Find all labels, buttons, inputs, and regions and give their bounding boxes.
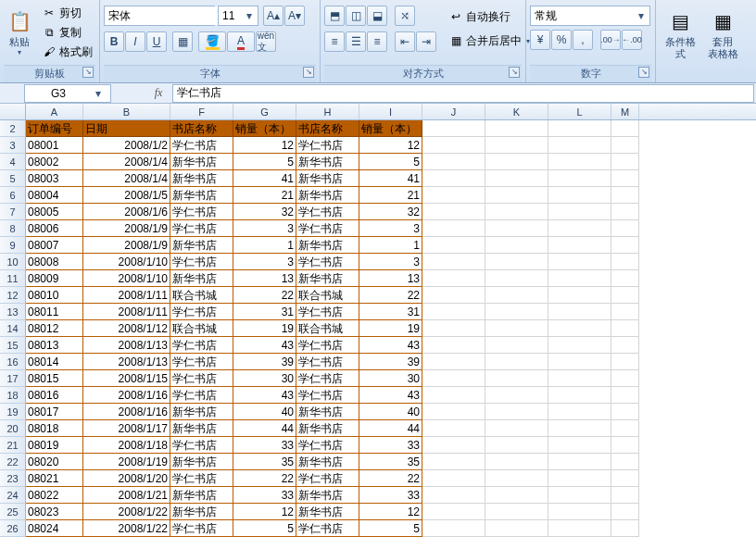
- col-header-B[interactable]: B: [83, 104, 170, 119]
- cell[interactable]: 学仁书店: [170, 137, 233, 154]
- cell[interactable]: 学仁书店: [296, 254, 359, 270]
- cell[interactable]: [422, 520, 485, 537]
- cell[interactable]: 08018: [26, 420, 83, 437]
- cell[interactable]: [422, 470, 485, 487]
- cell[interactable]: 5: [359, 520, 422, 537]
- cell[interactable]: [422, 137, 485, 154]
- cell[interactable]: [611, 237, 639, 254]
- cell[interactable]: [611, 520, 639, 537]
- cell[interactable]: 32: [233, 204, 296, 220]
- cell[interactable]: 12: [359, 137, 422, 154]
- cell[interactable]: 08019: [26, 437, 83, 454]
- cell[interactable]: [548, 470, 611, 487]
- cell[interactable]: [548, 437, 611, 454]
- align-middle-button[interactable]: ◫: [346, 6, 366, 26]
- cell[interactable]: 22: [359, 470, 422, 487]
- increase-indent-button[interactable]: ⇥: [416, 31, 436, 52]
- cell[interactable]: [611, 337, 639, 354]
- cell[interactable]: [422, 120, 485, 137]
- cell[interactable]: [611, 370, 639, 387]
- cell[interactable]: 学仁书店: [170, 304, 233, 320]
- cell[interactable]: 新华书店: [296, 170, 359, 187]
- cell[interactable]: 学仁书店: [170, 337, 233, 354]
- cell[interactable]: 学仁书店: [170, 204, 233, 220]
- cell[interactable]: [422, 220, 485, 237]
- cell[interactable]: 2008/1/9: [83, 220, 170, 237]
- cell[interactable]: 2008/1/18: [83, 437, 170, 454]
- cell[interactable]: [548, 220, 611, 237]
- col-header-H[interactable]: H: [296, 104, 359, 119]
- cell[interactable]: [422, 237, 485, 254]
- cell[interactable]: 学仁书店: [296, 437, 359, 454]
- cell[interactable]: 33: [233, 487, 296, 504]
- cell[interactable]: [611, 220, 639, 237]
- number-format-combo[interactable]: ▾: [530, 6, 650, 26]
- cell[interactable]: [485, 320, 548, 337]
- cell[interactable]: 43: [233, 337, 296, 354]
- col-header-A[interactable]: A: [26, 104, 83, 119]
- font-size-input[interactable]: [219, 6, 243, 25]
- cell[interactable]: 3: [233, 220, 296, 237]
- format-painter-button[interactable]: 🖌格式刷: [37, 43, 97, 61]
- cell[interactable]: [485, 354, 548, 370]
- cell[interactable]: 2008/1/15: [83, 370, 170, 387]
- col-header-L[interactable]: L: [548, 104, 611, 119]
- cell[interactable]: 08015: [26, 370, 83, 387]
- cell[interactable]: [422, 387, 485, 404]
- row-header[interactable]: 24: [0, 487, 26, 504]
- row-header[interactable]: 17: [0, 370, 26, 387]
- cell[interactable]: 书店名称: [170, 120, 233, 137]
- cell[interactable]: 12: [233, 504, 296, 520]
- cell[interactable]: 35: [359, 454, 422, 470]
- cell[interactable]: 学仁书店: [170, 354, 233, 370]
- cell[interactable]: 新华书店: [170, 404, 233, 420]
- cell[interactable]: [548, 137, 611, 154]
- cell[interactable]: 新华书店: [296, 154, 359, 170]
- cell[interactable]: 学仁书店: [296, 520, 359, 537]
- cell[interactable]: 08006: [26, 220, 83, 237]
- cell[interactable]: 2008/1/19: [83, 454, 170, 470]
- row-header[interactable]: 13: [0, 304, 26, 320]
- cell[interactable]: 2008/1/20: [83, 470, 170, 487]
- chevron-down-icon[interactable]: ▾: [92, 87, 105, 100]
- cell[interactable]: 日期: [83, 120, 170, 137]
- cell[interactable]: [611, 287, 639, 304]
- cell[interactable]: 39: [233, 354, 296, 370]
- cell[interactable]: 5: [233, 520, 296, 537]
- cell[interactable]: 2008/1/10: [83, 270, 170, 287]
- row-header[interactable]: 25: [0, 504, 26, 520]
- cell[interactable]: 2008/1/21: [83, 487, 170, 504]
- cell[interactable]: [485, 204, 548, 220]
- cell[interactable]: [548, 337, 611, 354]
- cell[interactable]: 35: [233, 454, 296, 470]
- cell[interactable]: [548, 354, 611, 370]
- cell[interactable]: [611, 270, 639, 287]
- select-all-corner[interactable]: [0, 104, 26, 119]
- row-header[interactable]: 10: [0, 254, 26, 270]
- cell[interactable]: 新华书店: [296, 404, 359, 420]
- cell[interactable]: 3: [359, 220, 422, 237]
- cell[interactable]: 2008/1/16: [83, 387, 170, 404]
- cell[interactable]: 08011: [26, 304, 83, 320]
- cell[interactable]: 43: [359, 387, 422, 404]
- fx-button[interactable]: fx: [148, 86, 169, 100]
- cell[interactable]: 学仁书店: [296, 204, 359, 220]
- row-header[interactable]: 6: [0, 187, 26, 204]
- cell[interactable]: [611, 387, 639, 404]
- font-color-button[interactable]: A: [227, 31, 255, 52]
- cell[interactable]: 08014: [26, 354, 83, 370]
- cell[interactable]: 2008/1/6: [83, 204, 170, 220]
- cell[interactable]: 19: [359, 320, 422, 337]
- row-header[interactable]: 11: [0, 270, 26, 287]
- cell[interactable]: 新华书店: [296, 187, 359, 204]
- cell[interactable]: 22: [359, 287, 422, 304]
- cell[interactable]: 销量（本）: [359, 120, 422, 137]
- row-header[interactable]: 4: [0, 154, 26, 170]
- cell[interactable]: [422, 437, 485, 454]
- cell[interactable]: [548, 504, 611, 520]
- cell[interactable]: [422, 320, 485, 337]
- cell[interactable]: 新华书店: [296, 237, 359, 254]
- cell[interactable]: 新华书店: [170, 504, 233, 520]
- cell[interactable]: 33: [359, 487, 422, 504]
- cell[interactable]: 2008/1/13: [83, 354, 170, 370]
